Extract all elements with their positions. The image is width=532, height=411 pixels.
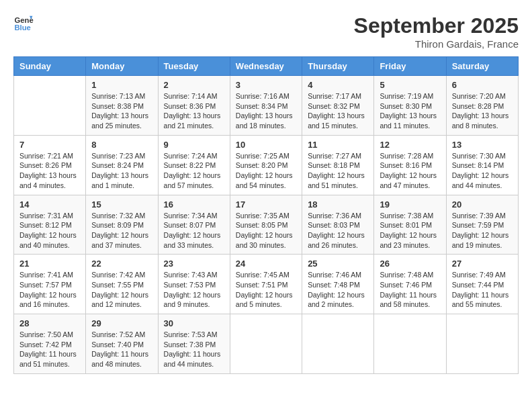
day-number: 12 — [380, 140, 440, 150]
calendar-week-row: 21 Sunrise: 7:41 AMSunset: 7:57 PMDaylig… — [14, 255, 519, 314]
calendar-cell: 1 Sunrise: 7:13 AMSunset: 8:38 PMDayligh… — [86, 76, 158, 136]
svg-text:Blue: Blue — [15, 24, 31, 32]
day-number: 13 — [452, 140, 513, 150]
calendar-cell: 22 Sunrise: 7:42 AMSunset: 7:55 PMDaylig… — [86, 255, 158, 314]
day-info: Sunrise: 7:24 AMSunset: 8:22 PMDaylight:… — [164, 151, 224, 191]
day-number: 8 — [91, 140, 152, 150]
location-subtitle: Thiron Gardais, France — [354, 38, 519, 50]
day-number: 23 — [164, 259, 224, 269]
day-info: Sunrise: 7:17 AMSunset: 8:32 PMDaylight:… — [308, 91, 368, 131]
day-number: 25 — [308, 259, 368, 269]
calendar-cell: 14 Sunrise: 7:31 AMSunset: 8:12 PMDaylig… — [14, 195, 86, 255]
day-info: Sunrise: 7:41 AMSunset: 7:57 PMDaylight:… — [19, 270, 80, 310]
month-title: September 2025 — [354, 13, 519, 38]
day-number: 14 — [19, 199, 80, 210]
day-info: Sunrise: 7:14 AMSunset: 8:36 PMDaylight:… — [164, 91, 224, 131]
day-info: Sunrise: 7:46 AMSunset: 7:48 PMDaylight:… — [308, 270, 368, 310]
day-number: 18 — [308, 199, 368, 210]
calendar-cell — [302, 314, 374, 374]
header-saturday: Saturday — [446, 57, 518, 76]
day-info: Sunrise: 7:45 AMSunset: 7:51 PMDaylight:… — [236, 270, 296, 310]
calendar-cell: 13 Sunrise: 7:30 AMSunset: 8:14 PMDaylig… — [446, 135, 518, 195]
day-info: Sunrise: 7:36 AMSunset: 8:03 PMDaylight:… — [308, 211, 368, 250]
title-block: September 2025 Thiron Gardais, France — [354, 13, 519, 50]
calendar-cell — [230, 314, 302, 374]
calendar-cell: 8 Sunrise: 7:23 AMSunset: 8:24 PMDayligh… — [86, 135, 158, 195]
day-number: 20 — [452, 199, 513, 210]
calendar-week-row: 14 Sunrise: 7:31 AMSunset: 8:12 PMDaylig… — [14, 195, 519, 255]
calendar-cell: 10 Sunrise: 7:25 AMSunset: 8:20 PMDaylig… — [230, 135, 302, 195]
calendar-cell: 28 Sunrise: 7:50 AMSunset: 7:42 PMDaylig… — [14, 314, 86, 374]
day-number: 10 — [236, 140, 296, 150]
day-info: Sunrise: 7:20 AMSunset: 8:28 PMDaylight:… — [452, 91, 513, 131]
day-info: Sunrise: 7:25 AMSunset: 8:20 PMDaylight:… — [236, 151, 296, 191]
header-friday: Friday — [374, 57, 446, 76]
header-sunday: Sunday — [14, 57, 86, 76]
header-row: Sunday Monday Tuesday Wednesday Thursday… — [14, 57, 519, 76]
day-number: 11 — [308, 140, 368, 150]
calendar-cell: 30 Sunrise: 7:53 AMSunset: 7:38 PMDaylig… — [158, 314, 230, 374]
calendar-cell: 6 Sunrise: 7:20 AMSunset: 8:28 PMDayligh… — [446, 76, 518, 136]
day-info: Sunrise: 7:42 AMSunset: 7:55 PMDaylight:… — [91, 270, 152, 310]
day-number: 3 — [236, 80, 296, 90]
page-header: General Blue September 2025 Thiron Garda… — [13, 13, 519, 50]
day-info: Sunrise: 7:31 AMSunset: 8:12 PMDaylight:… — [19, 211, 80, 250]
day-info: Sunrise: 7:23 AMSunset: 8:24 PMDaylight:… — [91, 151, 152, 191]
day-number: 29 — [91, 318, 152, 328]
calendar-cell — [446, 314, 518, 374]
day-info: Sunrise: 7:48 AMSunset: 7:46 PMDaylight:… — [380, 270, 440, 310]
day-number: 21 — [19, 259, 80, 269]
calendar-cell: 7 Sunrise: 7:21 AMSunset: 8:26 PMDayligh… — [14, 135, 86, 195]
day-number: 5 — [380, 80, 440, 90]
calendar-cell: 27 Sunrise: 7:49 AMSunset: 7:44 PMDaylig… — [446, 255, 518, 314]
calendar-cell: 26 Sunrise: 7:48 AMSunset: 7:46 PMDaylig… — [374, 255, 446, 314]
day-info: Sunrise: 7:34 AMSunset: 8:07 PMDaylight:… — [164, 211, 224, 250]
calendar-week-row: 1 Sunrise: 7:13 AMSunset: 8:38 PMDayligh… — [14, 76, 519, 136]
calendar-cell — [374, 314, 446, 374]
calendar-week-row: 7 Sunrise: 7:21 AMSunset: 8:26 PMDayligh… — [14, 135, 519, 195]
calendar-cell: 17 Sunrise: 7:35 AMSunset: 8:05 PMDaylig… — [230, 195, 302, 255]
calendar-cell: 29 Sunrise: 7:52 AMSunset: 7:40 PMDaylig… — [86, 314, 158, 374]
day-info: Sunrise: 7:27 AMSunset: 8:18 PMDaylight:… — [308, 151, 368, 191]
day-number: 26 — [380, 259, 440, 269]
day-number: 15 — [91, 199, 152, 210]
calendar-cell: 9 Sunrise: 7:24 AMSunset: 8:22 PMDayligh… — [158, 135, 230, 195]
calendar-cell: 15 Sunrise: 7:32 AMSunset: 8:09 PMDaylig… — [86, 195, 158, 255]
calendar-cell: 16 Sunrise: 7:34 AMSunset: 8:07 PMDaylig… — [158, 195, 230, 255]
calendar-cell: 12 Sunrise: 7:28 AMSunset: 8:16 PMDaylig… — [374, 135, 446, 195]
day-info: Sunrise: 7:28 AMSunset: 8:16 PMDaylight:… — [380, 151, 440, 191]
calendar-cell: 20 Sunrise: 7:39 AMSunset: 7:59 PMDaylig… — [446, 195, 518, 255]
header-tuesday: Tuesday — [158, 57, 230, 76]
day-number: 24 — [236, 259, 296, 269]
day-number: 2 — [164, 80, 224, 90]
day-number: 9 — [164, 140, 224, 150]
logo: General Blue — [13, 13, 34, 34]
day-info: Sunrise: 7:13 AMSunset: 8:38 PMDaylight:… — [91, 91, 152, 131]
day-info: Sunrise: 7:39 AMSunset: 7:59 PMDaylight:… — [452, 211, 513, 250]
calendar-cell: 5 Sunrise: 7:19 AMSunset: 8:30 PMDayligh… — [374, 76, 446, 136]
calendar-cell: 19 Sunrise: 7:38 AMSunset: 8:01 PMDaylig… — [374, 195, 446, 255]
day-number: 7 — [19, 140, 80, 150]
day-number: 28 — [19, 318, 80, 328]
day-info: Sunrise: 7:49 AMSunset: 7:44 PMDaylight:… — [452, 270, 513, 310]
day-info: Sunrise: 7:21 AMSunset: 8:26 PMDaylight:… — [19, 151, 80, 191]
day-info: Sunrise: 7:43 AMSunset: 7:53 PMDaylight:… — [164, 270, 224, 310]
day-info: Sunrise: 7:30 AMSunset: 8:14 PMDaylight:… — [452, 151, 513, 191]
day-info: Sunrise: 7:16 AMSunset: 8:34 PMDaylight:… — [236, 91, 296, 131]
logo-icon: General Blue — [13, 13, 34, 34]
calendar-cell: 4 Sunrise: 7:17 AMSunset: 8:32 PMDayligh… — [302, 76, 374, 136]
day-number: 22 — [91, 259, 152, 269]
calendar-cell: 2 Sunrise: 7:14 AMSunset: 8:36 PMDayligh… — [158, 76, 230, 136]
calendar-table: Sunday Monday Tuesday Wednesday Thursday… — [13, 56, 519, 374]
header-thursday: Thursday — [302, 57, 374, 76]
calendar-cell: 3 Sunrise: 7:16 AMSunset: 8:34 PMDayligh… — [230, 76, 302, 136]
day-number: 17 — [236, 199, 296, 210]
day-number: 4 — [308, 80, 368, 90]
day-number: 30 — [164, 318, 224, 328]
day-info: Sunrise: 7:19 AMSunset: 8:30 PMDaylight:… — [380, 91, 440, 131]
calendar-cell: 21 Sunrise: 7:41 AMSunset: 7:57 PMDaylig… — [14, 255, 86, 314]
day-info: Sunrise: 7:38 AMSunset: 8:01 PMDaylight:… — [380, 211, 440, 250]
day-number: 19 — [380, 199, 440, 210]
calendar-cell: 18 Sunrise: 7:36 AMSunset: 8:03 PMDaylig… — [302, 195, 374, 255]
day-number: 6 — [452, 80, 513, 90]
